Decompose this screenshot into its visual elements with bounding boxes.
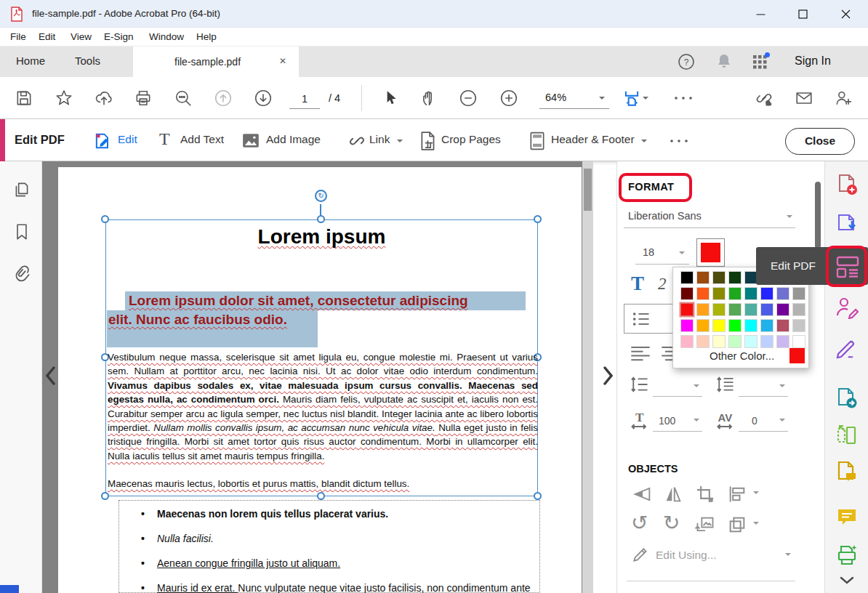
- header-footer-icon[interactable]: [529, 132, 546, 150]
- next-page-chevron-icon[interactable]: [600, 365, 615, 387]
- add-image-label[interactable]: Add Image: [266, 133, 321, 146]
- crop-pages-label[interactable]: Crop Pages: [441, 133, 501, 146]
- crop-object-icon[interactable]: [695, 484, 715, 504]
- add-text-label[interactable]: Add Text: [180, 133, 224, 146]
- color-swatch[interactable]: [697, 272, 709, 283]
- cloud-upload-icon[interactable]: [95, 89, 113, 108]
- create-pdf-icon[interactable]: [835, 173, 859, 196]
- save-icon[interactable]: [15, 89, 33, 108]
- fit-width-caret-icon[interactable]: [643, 97, 648, 102]
- zoom-out-icon[interactable]: [459, 89, 478, 108]
- star-icon[interactable]: [55, 89, 73, 108]
- flip-vertical-icon[interactable]: [632, 484, 653, 504]
- document-heading[interactable]: Lorem ipsum: [105, 225, 538, 249]
- crop-pages-icon[interactable]: [419, 131, 438, 151]
- menu-help[interactable]: Help: [196, 31, 217, 42]
- add-text-icon[interactable]: T: [159, 129, 170, 149]
- selection-handle[interactable]: [317, 492, 325, 500]
- notifications-bell-icon[interactable]: [715, 52, 733, 71]
- share-link-icon[interactable]: [755, 89, 773, 108]
- page-thumbnails-icon[interactable]: [12, 180, 31, 199]
- menu-edit[interactable]: Edit: [39, 31, 55, 42]
- rotate-clockwise-icon[interactable]: ↻: [663, 511, 680, 535]
- color-swatch[interactable]: [713, 304, 725, 315]
- fill-sign-icon[interactable]: [835, 338, 859, 361]
- menu-view[interactable]: View: [71, 31, 92, 42]
- arrange-objects-icon[interactable]: [727, 515, 747, 535]
- color-swatch[interactable]: [729, 288, 741, 299]
- link-caret-icon[interactable]: [397, 140, 403, 145]
- next-page-icon[interactable]: [254, 89, 273, 108]
- menu-esign[interactable]: E-Sign: [104, 31, 134, 42]
- color-swatch[interactable]: [713, 288, 725, 299]
- color-swatch[interactable]: [729, 320, 741, 331]
- color-swatch[interactable]: [761, 304, 773, 315]
- align-left-icon[interactable]: [630, 344, 651, 362]
- edit-tool-label[interactable]: Edit: [118, 133, 137, 146]
- color-swatch[interactable]: [697, 320, 709, 331]
- color-swatch[interactable]: [745, 288, 757, 299]
- hand-tool-icon[interactable]: [419, 89, 438, 108]
- color-swatch[interactable]: [793, 336, 805, 347]
- fit-width-icon[interactable]: [622, 89, 641, 108]
- document-scrollbar-thumb[interactable]: [584, 169, 592, 211]
- share-person-icon[interactable]: [834, 89, 853, 108]
- color-swatch[interactable]: [745, 336, 757, 347]
- color-swatch[interactable]: [777, 304, 789, 315]
- add-comments-page-icon[interactable]: [835, 460, 859, 483]
- selection-handle[interactable]: [101, 215, 109, 223]
- text-style-t-icon[interactable]: T: [631, 273, 644, 295]
- color-swatch[interactable]: [793, 320, 805, 331]
- font-size-dropdown[interactable]: 18: [635, 243, 689, 265]
- rotation-handle[interactable]: ↻: [315, 190, 327, 202]
- color-swatch[interactable]: [745, 304, 757, 315]
- bullet-list-box[interactable]: • Maecenas non lorem quis tellus placera…: [118, 500, 540, 593]
- color-swatch[interactable]: [713, 336, 725, 347]
- export-pdf-icon[interactable]: [835, 211, 859, 234]
- character-spacing-dropdown[interactable]: 0: [739, 411, 788, 432]
- paragraph-spacing-dropdown[interactable]: [739, 378, 788, 397]
- body-line[interactable]: Maecenas mauris lectus, lobortis et puru…: [108, 478, 538, 489]
- close-edit-button[interactable]: Close: [785, 128, 855, 155]
- color-swatch[interactable]: [729, 304, 741, 315]
- edit-tool-icon[interactable]: [92, 131, 113, 151]
- color-swatch[interactable]: [697, 336, 709, 347]
- close-window-button[interactable]: [829, 0, 862, 28]
- print-icon[interactable]: [134, 89, 153, 108]
- add-image-icon[interactable]: [241, 132, 260, 150]
- header-footer-label[interactable]: Header & Footer: [551, 133, 635, 146]
- other-color-link[interactable]: Other Color...: [710, 350, 774, 362]
- color-swatch[interactable]: [697, 288, 709, 299]
- selection-handle[interactable]: [534, 215, 542, 223]
- selected-text-line[interactable]: elit. Nunc ac faucibus odio.: [108, 312, 287, 328]
- link-tool-label[interactable]: Link: [369, 133, 390, 146]
- horizontal-scale-dropdown[interactable]: 100: [653, 411, 702, 432]
- color-swatch[interactable]: [681, 272, 693, 283]
- send-for-comments-icon[interactable]: [835, 387, 859, 410]
- selection-handle[interactable]: [317, 215, 325, 223]
- color-swatch[interactable]: [681, 288, 693, 299]
- more-tools-icon[interactable]: [673, 93, 694, 103]
- color-swatch[interactable]: [761, 336, 773, 347]
- color-swatch[interactable]: [745, 272, 757, 283]
- zoom-level-dropdown[interactable]: 64%: [539, 89, 609, 109]
- zoom-in-icon[interactable]: [499, 89, 518, 108]
- edit-using-label[interactable]: Edit Using...: [656, 549, 717, 562]
- previous-page-icon[interactable]: [214, 89, 233, 108]
- edit-using-caret-icon[interactable]: [785, 553, 791, 559]
- font-color-button[interactable]: [696, 238, 725, 267]
- tab-home[interactable]: Home: [16, 55, 45, 67]
- align-objects-icon[interactable]: [727, 484, 747, 504]
- replace-image-icon[interactable]: [695, 515, 715, 535]
- color-swatch[interactable]: [681, 304, 693, 315]
- menu-file[interactable]: File: [10, 31, 26, 42]
- selected-text-line[interactable]: Lorem ipsum dolor sit amet, consectetur …: [129, 293, 468, 309]
- color-swatch[interactable]: [777, 336, 789, 347]
- maximize-button[interactable]: [786, 0, 819, 28]
- color-swatch[interactable]: [729, 336, 741, 347]
- color-swatch[interactable]: [713, 320, 725, 331]
- text-style-partial-icon[interactable]: 2: [658, 275, 667, 294]
- selection-handle[interactable]: [101, 492, 109, 500]
- color-swatch[interactable]: [729, 272, 741, 283]
- selection-handle[interactable]: [534, 492, 542, 500]
